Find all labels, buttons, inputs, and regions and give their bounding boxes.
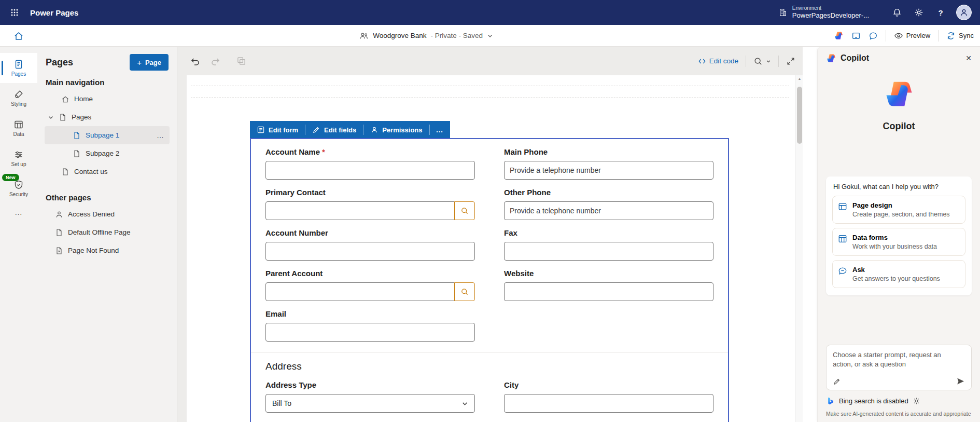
address-type-select[interactable]: Bill To — [265, 394, 475, 413]
person-icon — [370, 126, 379, 134]
preview-button[interactable]: Preview — [894, 31, 930, 40]
notifications-button[interactable] — [889, 4, 905, 21]
form-toolbar-more-button[interactable]: … — [430, 121, 450, 139]
field-label: Primary Contact — [265, 188, 326, 197]
fullscreen-button[interactable] — [786, 57, 795, 66]
new-badge: New — [2, 174, 19, 181]
section-guide — [191, 86, 789, 98]
chevron-down-icon — [487, 33, 493, 39]
top-app-bar: Power Pages Environment PowerPagesDevelo… — [0, 0, 980, 25]
redo-button[interactable] — [211, 56, 221, 66]
address-type-value: Bill To — [272, 399, 291, 407]
home-button[interactable] — [0, 25, 37, 46]
waffle-icon — [10, 8, 19, 17]
divider — [886, 30, 886, 42]
app-launcher-waffle-icon[interactable] — [6, 4, 23, 21]
main-navigation-heading: Main navigation — [46, 78, 169, 87]
edit-form-label: Edit form — [269, 126, 298, 134]
other-phone-input[interactable] — [504, 201, 713, 220]
required-mark: * — [322, 147, 325, 156]
page-more-icon[interactable]: … — [157, 131, 164, 140]
copilot-chat-input[interactable]: Choose a starter prompt, request an acti… — [826, 345, 972, 390]
primary-contact-input[interactable] — [265, 201, 455, 220]
rail-item-styling[interactable]: Styling — [0, 83, 37, 113]
site-bar-actions: Preview Sync — [834, 30, 980, 42]
copilot-toggle-button[interactable] — [834, 31, 844, 40]
website-input[interactable] — [504, 282, 713, 301]
fax-input[interactable] — [504, 242, 713, 261]
prompt-card-page-design[interactable]: Page design Create page, section, and th… — [832, 196, 965, 224]
ask-chat-icon — [838, 266, 847, 276]
edit-code-button[interactable]: Edit code — [698, 57, 738, 65]
page-icon — [59, 113, 67, 121]
form-floating-toolbar: Edit form Edit fields Permissions … — [250, 121, 450, 139]
nav-item-subpage-2[interactable]: Subpage 2 — [45, 144, 170, 162]
email-input[interactable] — [265, 323, 475, 342]
rail-item-setup[interactable]: Set up — [0, 143, 37, 173]
pencil-icon — [312, 126, 320, 134]
rail-more-button[interactable]: … — [0, 208, 37, 216]
permissions-button[interactable]: Permissions — [363, 121, 429, 139]
rail-item-pages[interactable]: Pages — [0, 53, 37, 83]
nav-item-subpage-1[interactable]: Subpage 1 … — [45, 126, 170, 144]
nav-item-home[interactable]: Home — [45, 90, 170, 108]
canvas-scrollbar[interactable]: ▲ — [795, 75, 803, 422]
primary-contact-lookup-button[interactable] — [454, 201, 475, 220]
rail-item-security[interactable]: New Security — [0, 173, 37, 203]
page-canvas[interactable]: Edit form Edit fields Permissions … — [187, 75, 803, 422]
account-number-input[interactable] — [265, 242, 475, 261]
scroll-up-icon[interactable]: ▲ — [796, 77, 803, 80]
site-name: Woodgrove Bank — [373, 32, 426, 39]
zoom-button[interactable] — [753, 57, 771, 66]
basic-form[interactable]: Account Name * Primary Contact — [250, 138, 729, 422]
preview-label: Preview — [906, 32, 930, 39]
device-preview-button[interactable] — [851, 31, 861, 40]
prompt-card-ask[interactable]: Ask Get answers to your questions — [832, 260, 965, 288]
workspace-rail: Pages Styling Data Set up New Security … — [0, 47, 37, 422]
parent-account-lookup-button[interactable] — [454, 282, 475, 301]
account-name-input[interactable] — [265, 161, 475, 180]
field-label: Parent Account — [265, 269, 323, 278]
prompt-card-data-forms[interactable]: Data forms Work with your business data — [832, 228, 965, 256]
settings-button[interactable] — [911, 4, 927, 21]
other-page-access-denied[interactable]: Access Denied — [45, 205, 170, 223]
other-page-label: Page Not Found — [68, 247, 119, 254]
main-phone-input[interactable] — [504, 161, 713, 180]
field-label: Email — [265, 309, 286, 318]
prompt-library-button[interactable] — [833, 377, 841, 386]
help-button[interactable]: ? — [932, 4, 949, 21]
plus-icon: + — [137, 59, 142, 66]
page-icon — [73, 149, 81, 158]
bell-icon — [892, 8, 902, 17]
parent-account-input[interactable] — [265, 282, 455, 301]
other-page-default-offline[interactable]: Default Offline Page — [45, 223, 170, 241]
page-design-icon — [838, 202, 847, 211]
close-copilot-button[interactable]: ✕ — [965, 54, 972, 62]
nav-item-label: Contact us — [74, 168, 108, 175]
undo-button[interactable] — [190, 56, 200, 66]
comments-button[interactable] — [869, 31, 878, 40]
edit-form-button[interactable]: Edit form — [250, 121, 305, 139]
edit-fields-button[interactable]: Edit fields — [305, 121, 363, 139]
pages-panel: Pages + Page Main navigation Home Pages … — [37, 47, 177, 422]
more-icon: … — [436, 126, 444, 134]
sync-button[interactable]: Sync — [946, 31, 974, 40]
other-page-not-found[interactable]: Page Not Found — [45, 241, 170, 260]
send-button[interactable] — [956, 377, 965, 386]
scrollbar-thumb[interactable] — [797, 87, 802, 144]
expand-icon — [786, 57, 795, 66]
nav-item-pages[interactable]: Pages — [45, 108, 170, 126]
environment-picker[interactable]: Environment PowerPagesDeveloper-... — [778, 5, 869, 20]
duplicate-button[interactable] — [236, 56, 246, 66]
site-menu[interactable]: Woodgrove Bank - Private - Saved — [359, 31, 493, 40]
add-page-button[interactable]: + Page — [130, 54, 169, 71]
settings-gear-icon[interactable] — [913, 397, 920, 405]
nav-item-contact-us[interactable]: Contact us — [45, 162, 170, 181]
account-avatar[interactable] — [956, 5, 972, 20]
copilot-greeting: Hi Gokul, what can I help you with? — [833, 183, 964, 190]
rail-item-data[interactable]: Data — [0, 113, 37, 143]
field-city: City — [504, 380, 713, 413]
copilot-hero: Copilot — [826, 63, 972, 132]
city-input[interactable] — [504, 394, 713, 413]
sync-icon — [946, 31, 956, 40]
